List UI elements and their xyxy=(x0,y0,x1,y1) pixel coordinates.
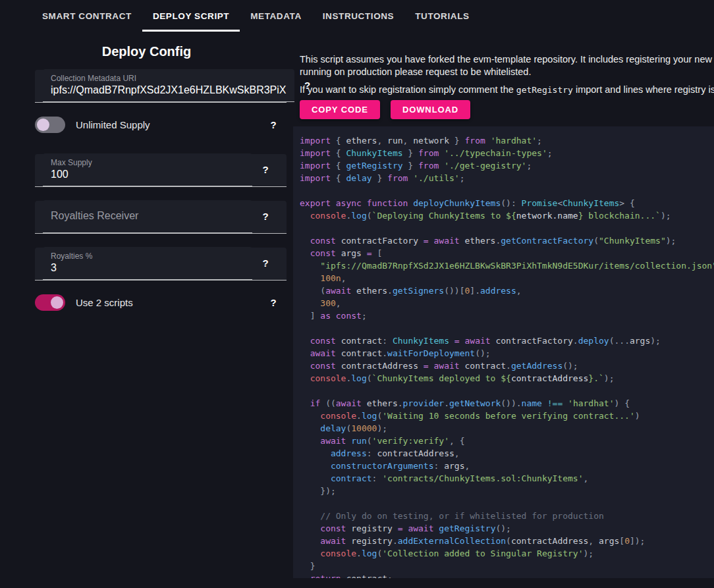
field-value: 100 xyxy=(51,168,244,180)
code-line: await contract.waitForDeployment(); xyxy=(300,347,714,360)
code-line: const contract: ChunkyItems = await cont… xyxy=(300,334,714,347)
code-line xyxy=(300,222,714,234)
code-line: delay(10000); xyxy=(300,422,714,435)
toggle-label: Unlimited Supply xyxy=(76,119,150,130)
tab-bar: SMART CONTRACTDEPLOY SCRIPTMETADATAINSTR… xyxy=(0,0,714,32)
field-row: Royalties Receiver? xyxy=(35,201,287,234)
code-line xyxy=(300,322,714,334)
field-value: ipfs://QmadB7RnpfXSd2JX1e6HZLBKwSkBR3PiX xyxy=(51,84,287,96)
main-content: Deploy Config Collection Metadata URIipf… xyxy=(0,32,714,578)
field-label: Max Supply xyxy=(51,158,244,168)
field-row: Max Supply100? xyxy=(35,154,287,187)
code-line: console.log(`ChunkyItems deployed to ${c… xyxy=(300,372,714,385)
toggle-unlimited-supply[interactable] xyxy=(35,117,65,133)
code-line xyxy=(300,385,714,397)
deploy-script-panel: This script assumes you have forked the … xyxy=(293,32,714,578)
code-line: const contractFactory = await ethers.get… xyxy=(300,234,714,247)
code-line: } xyxy=(300,560,714,572)
description-text: If you want to skip registration simply … xyxy=(300,84,516,95)
toggle-thumb xyxy=(51,296,63,309)
help-icon-use-2-scripts[interactable]: ? xyxy=(260,297,287,308)
code-line: }); xyxy=(300,485,714,497)
toggle-row: Use 2 scripts? xyxy=(35,294,287,311)
code-line xyxy=(300,184,714,197)
code-line: const contractAddress = await contract.g… xyxy=(300,360,714,372)
help-icon-royalties[interactable]: ? xyxy=(252,257,279,269)
code-line: contract: 'contracts/ChunkyItems.sol:Chu… xyxy=(300,472,714,485)
toggle-wrap: Use 2 scripts xyxy=(35,294,260,311)
copy-code-button[interactable]: COPY CODE xyxy=(300,100,380,119)
description: This script assumes you have forked the … xyxy=(293,32,714,96)
code-line: address: contractAddress, xyxy=(300,447,714,460)
app-root: SMART CONTRACTDEPLOY SCRIPTMETADATAINSTR… xyxy=(0,0,714,578)
description-line-2: running on production please request to … xyxy=(300,66,714,78)
code-line: 100n, xyxy=(300,272,714,284)
code-line: constructorArguments: args, xyxy=(300,460,714,472)
field-royalties[interactable]: Royalties %3 xyxy=(43,247,252,280)
code-line: import { ChunkyItems } from '../typechai… xyxy=(300,147,714,159)
code-line: console.log('Collection added to Singula… xyxy=(300,547,714,560)
code-line: "ipfs://QmadB7RnpfXSd2JX1e6HZLBKwSkBR3Pi… xyxy=(300,259,714,272)
tab-deploy-script[interactable]: DEPLOY SCRIPT xyxy=(142,0,240,32)
download-button[interactable]: DOWNLOAD xyxy=(391,100,470,119)
field-label: Royalties % xyxy=(51,252,244,261)
code-line: import { ethers, run, network } from 'ha… xyxy=(300,134,714,147)
config-form: Collection Metadata URIipfs://QmadB7Rnpf… xyxy=(0,70,293,311)
code-line xyxy=(300,497,714,510)
actions-row: COPY CODE DOWNLOAD xyxy=(293,96,714,119)
field-max-supply[interactable]: Max Supply100 xyxy=(43,153,252,186)
field-label: Collection Metadata URI xyxy=(51,74,287,84)
field-row: Collection Metadata URIipfs://QmadB7Rnpf… xyxy=(35,70,287,103)
toggle-use-2-scripts[interactable] xyxy=(35,294,65,311)
code-line: import { delay } from './utils'; xyxy=(300,172,714,184)
panel-title: Deploy Config xyxy=(0,42,293,61)
field-label: Royalties Receiver xyxy=(51,209,138,222)
code-line: console.log('Waiting 10 seconds before v… xyxy=(300,410,714,422)
toggle-label: Use 2 scripts xyxy=(76,297,133,308)
code-line: console.log(`Deploying ChunkyItems to ${… xyxy=(300,209,714,222)
tab-tutorials[interactable]: TUTORIALS xyxy=(404,0,480,32)
tab-smart-contract[interactable]: SMART CONTRACT xyxy=(32,0,142,32)
toggle-thumb xyxy=(37,119,49,131)
toggle-row: Unlimited Supply? xyxy=(35,117,287,133)
help-icon-unlimited-supply[interactable]: ? xyxy=(260,119,287,130)
code-line: // Only do on testing, or if whitelisted… xyxy=(300,510,714,522)
description-line-3: If you want to skip registration simply … xyxy=(300,84,714,96)
code-line: export async function deployChunkyItems(… xyxy=(300,197,714,209)
code-line: return contract; xyxy=(300,572,714,578)
deploy-config-panel: Deploy Config Collection Metadata URIipf… xyxy=(0,32,293,332)
field-royalties-receiver[interactable]: Royalties Receiver xyxy=(43,200,252,233)
tab-instructions[interactable]: INSTRUCTIONS xyxy=(312,0,404,32)
description-text: import and lines where registry is loade… xyxy=(573,84,714,95)
code-line: 300, xyxy=(300,297,714,309)
help-icon-max-supply[interactable]: ? xyxy=(252,164,279,175)
toggle-wrap: Unlimited Supply xyxy=(35,117,260,133)
code-line: if ((await ethers.provider.getNetwork())… xyxy=(300,397,714,410)
code-line: (await ethers.getSigners())[0].address, xyxy=(300,284,714,297)
help-icon-royalties-receiver[interactable]: ? xyxy=(252,211,279,222)
field-collection-metadata-uri[interactable]: Collection Metadata URIipfs://QmadB7Rnpf… xyxy=(43,69,294,102)
tab-metadata[interactable]: METADATA xyxy=(240,0,312,32)
code-line: const args = [ xyxy=(300,247,714,259)
field-row: Royalties %3? xyxy=(35,248,287,281)
field-value: 3 xyxy=(51,261,244,274)
inline-code: getRegistry xyxy=(516,85,573,95)
code-line: await run('verify:verify', { xyxy=(300,435,714,447)
code-line: await registry.addExternalCollection(con… xyxy=(300,535,714,547)
code-line: const registry = await getRegistry(); xyxy=(300,522,714,535)
code-line: import { getRegistry } from './get-gegis… xyxy=(300,159,714,172)
description-line-1: This script assumes you have forked the … xyxy=(300,53,714,66)
code-block[interactable]: import { ethers, run, network } from 'ha… xyxy=(293,126,714,578)
code-line: ] as const; xyxy=(300,309,714,322)
